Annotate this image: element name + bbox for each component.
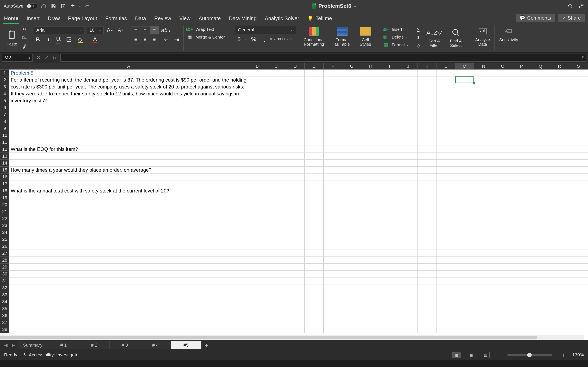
italic-button[interactable]: I (44, 35, 52, 44)
cell-G25[interactable] (342, 236, 361, 243)
status-accessibility[interactable]: ♿︎Accessibility: Investigate (23, 352, 79, 358)
cell-D17[interactable] (286, 180, 305, 187)
cell-A6[interactable] (9, 104, 248, 111)
cell-Q29[interactable] (531, 264, 550, 271)
cell-J29[interactable] (399, 264, 417, 271)
cell-I35[interactable] (380, 305, 399, 312)
cell-N33[interactable] (474, 291, 493, 298)
cell-D23[interactable] (286, 222, 305, 229)
cell-P8[interactable] (512, 118, 531, 125)
cell-S34[interactable] (569, 298, 588, 305)
cell-D15[interactable] (286, 167, 305, 174)
cell-R35[interactable] (550, 305, 569, 312)
cell-J22[interactable] (399, 215, 417, 222)
cell-B36[interactable] (248, 312, 267, 319)
cell-I4[interactable] (380, 90, 399, 97)
cell-O2[interactable] (493, 76, 512, 83)
cell-Q11[interactable] (531, 139, 550, 146)
cell-H4[interactable] (361, 90, 380, 97)
cell-N24[interactable] (474, 229, 493, 236)
cell-H2[interactable] (361, 76, 380, 83)
cell-A2[interactable]: For a item of recurring need, the demand… (9, 76, 248, 83)
cell-E35[interactable] (305, 305, 323, 312)
cell-N29[interactable] (474, 264, 493, 271)
cell-P21[interactable] (512, 208, 531, 215)
cell-D1[interactable] (286, 69, 305, 76)
cell-Q10[interactable] (531, 132, 550, 139)
cell-H5[interactable] (361, 97, 380, 104)
cell-M36[interactable] (455, 312, 474, 319)
cell-G3[interactable] (342, 83, 361, 90)
cell-M6[interactable] (455, 104, 474, 111)
cell-N9[interactable] (474, 125, 493, 132)
row-header-18[interactable]: 18 (0, 187, 9, 194)
cell-K20[interactable] (417, 201, 436, 208)
cell-S19[interactable] (569, 194, 588, 201)
cell-H37[interactable] (361, 319, 380, 326)
cell-R4[interactable] (550, 90, 569, 97)
cell-D16[interactable] (286, 174, 305, 180)
cell-L14[interactable] (436, 160, 455, 167)
cell-H3[interactable] (361, 83, 380, 90)
cell-B22[interactable] (248, 215, 267, 222)
col-header-G[interactable]: G (342, 63, 361, 69)
cell-L18[interactable] (436, 187, 455, 194)
cell-K14[interactable] (417, 160, 436, 167)
cell-N34[interactable] (474, 298, 493, 305)
cell-F37[interactable] (323, 319, 342, 326)
cell-H36[interactable] (361, 312, 380, 319)
cell-J34[interactable] (399, 298, 417, 305)
cell-M4[interactable] (455, 90, 474, 97)
cell-K36[interactable] (417, 312, 436, 319)
cell-K18[interactable] (417, 187, 436, 194)
cell-N22[interactable] (474, 215, 493, 222)
cell-E25[interactable] (305, 236, 323, 243)
cell-G32[interactable] (342, 284, 361, 291)
cell-J2[interactable] (399, 76, 417, 83)
cell-K37[interactable] (417, 319, 436, 326)
autorecover-icon[interactable] (60, 3, 67, 9)
cell-F1[interactable] (323, 69, 342, 76)
cell-F21[interactable] (323, 208, 342, 215)
align-top-icon[interactable]: ≡ (131, 26, 140, 34)
cell-F3[interactable] (323, 83, 342, 90)
cell-G12[interactable] (342, 146, 361, 153)
cell-G9[interactable] (342, 125, 361, 132)
cell-O22[interactable] (493, 215, 512, 222)
comma-icon[interactable]: , (260, 35, 268, 43)
cell-H8[interactable] (361, 118, 380, 125)
cell-M9[interactable] (455, 125, 474, 132)
cell-C31[interactable] (267, 277, 286, 284)
cell-R5[interactable] (550, 97, 569, 104)
cell-B12[interactable] (248, 146, 267, 153)
cell-P6[interactable] (512, 104, 531, 111)
cell-S15[interactable] (569, 167, 588, 174)
cell-Q37[interactable] (531, 319, 550, 326)
cell-N3[interactable] (474, 83, 493, 90)
cell-A30[interactable] (9, 271, 248, 277)
cell-Q9[interactable] (531, 125, 550, 132)
cell-J20[interactable] (399, 201, 417, 208)
cell-P10[interactable] (512, 132, 531, 139)
cell-E18[interactable] (305, 187, 323, 194)
cell-C4[interactable] (267, 90, 286, 97)
col-header-K[interactable]: K (417, 63, 436, 69)
cell-M23[interactable] (455, 222, 474, 229)
tab-formulas[interactable]: Formulas (104, 13, 128, 24)
cell-S8[interactable] (569, 118, 588, 125)
row-header-4[interactable]: 4 (0, 90, 9, 97)
cell-K25[interactable] (417, 236, 436, 243)
cell-A3[interactable]: cost rate is $300 per unit per year. The… (9, 83, 248, 90)
cell-S4[interactable] (569, 90, 588, 97)
align-center-icon[interactable]: ≡ (140, 36, 150, 43)
cell-P14[interactable] (512, 160, 531, 167)
cell-R18[interactable] (550, 187, 569, 194)
cell-S26[interactable] (569, 243, 588, 250)
cell-P34[interactable] (512, 298, 531, 305)
cell-O37[interactable] (493, 319, 512, 326)
sensitivity-button[interactable]: 🏷 Sensitivity (498, 26, 520, 42)
fmt-table-dropdown[interactable]: ⌄ (353, 30, 356, 33)
cell-N11[interactable] (474, 139, 493, 146)
cancel-formula-icon[interactable]: ✕ (36, 54, 41, 61)
cell-D34[interactable] (286, 298, 305, 305)
